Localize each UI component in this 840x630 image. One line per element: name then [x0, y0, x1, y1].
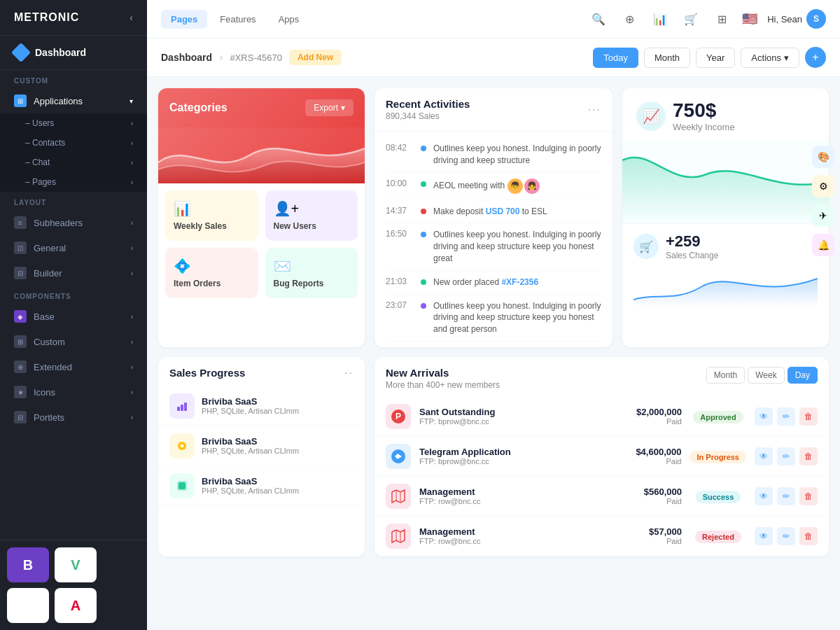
tab-apps[interactable]: Apps — [269, 10, 309, 29]
dashboard-label: Dashboard — [35, 47, 86, 58]
income-header: 📈 750$ Weekly Income — [622, 88, 829, 139]
na-view-btn-0[interactable]: 👁 — [755, 407, 773, 426]
sidebar-item-applications[interactable]: ⊞ Applications ▾ — [0, 88, 147, 113]
base-label: Base — [34, 312, 55, 322]
category-item-new-users[interactable]: 👤+ New Users — [265, 190, 358, 241]
category-item-item-orders[interactable]: 💠 Item Orders — [165, 248, 258, 298]
actions-button[interactable]: Actions ▾ — [741, 48, 799, 68]
na-edit-btn-1[interactable]: ✏ — [777, 447, 795, 465]
activities-menu-icon[interactable]: ··· — [588, 104, 601, 116]
income-amount: 750$ — [673, 99, 735, 122]
na-delete-btn-2[interactable]: 🗑 — [799, 487, 818, 505]
activities-subtitle: 890,344 Sales — [386, 111, 470, 121]
settings-icon[interactable]: ⚙ — [812, 175, 834, 197]
filter-day-button[interactable]: Day — [788, 367, 818, 384]
na-edit-btn-2[interactable]: ✏ — [777, 487, 795, 505]
sales-change-amount: +259 — [666, 232, 718, 251]
sidebar-section-components: COMPONENTS — [0, 286, 147, 304]
activity-time-0: 08:42 — [386, 143, 414, 153]
page-header: Dashboard › #XRS-45670 Add New Today Mon… — [147, 38, 840, 77]
vue-framework-item[interactable]: V — [55, 547, 97, 582]
wave-chart — [158, 127, 365, 183]
search-icon[interactable]: 🔍 — [588, 8, 609, 29]
sidebar-dashboard-item[interactable]: Dashboard — [0, 36, 147, 70]
sidebar-item-base[interactable]: ◈ Base › — [0, 304, 147, 329]
notification-icon[interactable]: 🔔 — [812, 234, 834, 256]
na-name-3: Management — [419, 526, 617, 537]
sidebar-item-custom[interactable]: ⊞ Custom › — [0, 329, 147, 354]
sidebar-item-icons[interactable]: ★ Icons › — [0, 379, 147, 405]
sp-name-0: Briviba SaaS — [202, 396, 299, 407]
svg-text:P: P — [396, 412, 401, 421]
react-framework-item[interactable]: ⚛ — [7, 588, 49, 623]
month-button[interactable]: Month — [644, 48, 690, 68]
tab-features[interactable]: Features — [210, 10, 265, 29]
base-arrow-icon: › — [131, 313, 133, 321]
cart-icon[interactable]: 🛒 — [680, 8, 701, 29]
activities-header: Recent Activities 890,344 Sales ··· — [374, 88, 612, 132]
na-view-btn-3[interactable]: 👁 — [755, 527, 773, 545]
paper-plane-icon[interactable]: ✈ — [812, 204, 834, 227]
applications-arrow-icon: ▾ — [130, 97, 133, 105]
na-icon-1 — [386, 444, 411, 469]
sidebar-section-custom: CUSTOM — [0, 70, 147, 88]
activity-dot-4 — [421, 279, 426, 285]
user-avatar[interactable]: S — [806, 9, 826, 29]
share-icon[interactable]: ⊕ — [619, 8, 640, 29]
custom-label: Custom — [34, 337, 65, 347]
portlets-arrow-icon: › — [131, 414, 133, 421]
chart-icon[interactable]: 📊 — [650, 8, 671, 29]
sales-progress-menu-icon[interactable]: ·· — [344, 367, 354, 379]
sidebar-item-extended[interactable]: ⊕ Extended › — [0, 354, 147, 379]
na-delete-btn-1[interactable]: 🗑 — [799, 447, 818, 465]
new-arrivals-header: New Arrivals More than 400+ new members … — [374, 357, 829, 397]
sidebar-section-layout: LAYOUT — [0, 192, 147, 210]
na-delete-btn-0[interactable]: 🗑 — [799, 407, 818, 426]
filter-month-button[interactable]: Month — [706, 367, 745, 384]
add-circle-button[interactable]: + — [805, 47, 826, 68]
sidebar-item-users[interactable]: – Users › — [0, 113, 147, 133]
na-info-2: Management FTP: row@bnc.cc — [419, 486, 617, 505]
user-info: Hi, Sean S — [767, 9, 826, 29]
na-view-btn-1[interactable]: 👁 — [755, 447, 773, 465]
grid-icon[interactable]: ⊞ — [711, 8, 732, 29]
sidebar-item-subheaders[interactable]: ≡ Subheaders › — [0, 210, 147, 235]
add-new-button[interactable]: Add New — [289, 50, 342, 65]
export-button[interactable]: Export ▾ — [305, 99, 354, 116]
sidebar-item-builder[interactable]: ⊟ Builder › — [0, 260, 147, 286]
na-info-1: Telegram Application FTP: bprow@bnc.cc — [419, 447, 617, 465]
topnav-right: 🔍 ⊕ 📊 🛒 ⊞ 🇺🇸 Hi, Sean S — [588, 8, 826, 29]
paint-icon[interactable]: 🎨 — [812, 146, 834, 168]
na-edit-btn-0[interactable]: ✏ — [777, 407, 795, 426]
na-delete-btn-3[interactable]: 🗑 — [799, 527, 818, 545]
income-label: Weekly Income — [673, 122, 735, 132]
activity-text-4: New order placed #XF-2356 — [433, 276, 601, 288]
tab-pages[interactable]: Pages — [161, 10, 207, 29]
sidebar-item-portlets[interactable]: ⊟ Portlets › — [0, 405, 147, 430]
na-info-3: Management FTP: row@bnc.cc — [419, 526, 617, 545]
new-arrivals-title: New Arrivals — [386, 367, 500, 379]
sp-sub-1: PHP, SQLite, Artisan CLImm — [202, 447, 299, 455]
angular-framework-item[interactable]: A — [55, 588, 97, 623]
sp-icon-0 — [169, 393, 195, 419]
sidebar-item-general[interactable]: ⊡ General › — [0, 235, 147, 260]
na-edit-btn-3[interactable]: ✏ — [777, 527, 795, 545]
category-item-weekly-sales[interactable]: 📊 Weekly Sales — [165, 190, 258, 241]
today-button[interactable]: Today — [593, 48, 638, 68]
na-amount-col-3: $57,000 Paid — [626, 526, 682, 545]
na-view-btn-2[interactable]: 👁 — [755, 487, 773, 505]
bootstrap-framework-item[interactable]: B — [7, 547, 49, 582]
sidebar-item-pages[interactable]: – Pages › — [0, 172, 147, 192]
na-ftp-2: FTP: row@bnc.cc — [419, 497, 617, 505]
chat-arrow-icon: › — [131, 159, 133, 167]
na-row-2: Management FTP: row@bnc.cc $560,000 Paid… — [374, 477, 829, 517]
sidebar-collapse-button[interactable]: ‹ — [130, 12, 133, 23]
sidebar-item-contacts[interactable]: – Contacts › — [0, 133, 147, 153]
avatar-1: 👦 — [507, 178, 523, 194]
filter-week-button[interactable]: Week — [748, 367, 784, 384]
right-action-icons: 🎨 ⚙ ✈ 🔔 — [806, 140, 840, 262]
sidebar-item-chat[interactable]: – Chat › — [0, 153, 147, 172]
year-button[interactable]: Year — [696, 48, 735, 68]
nav-tabs: Pages Features Apps — [161, 10, 309, 29]
category-item-bug-reports[interactable]: ✉️ Bug Reports — [265, 248, 358, 298]
